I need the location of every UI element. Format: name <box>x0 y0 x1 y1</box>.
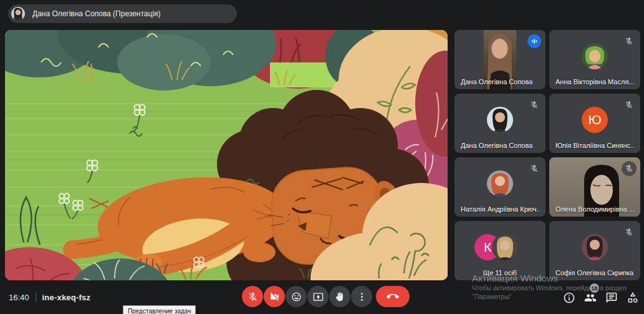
mic-off-icon <box>622 34 637 49</box>
presenter-avatar <box>11 7 25 21</box>
participant-name: Олена Володимирівна ... <box>555 205 634 213</box>
mic-off-icon <box>527 97 542 112</box>
avatar-letter: Ю <box>588 112 601 127</box>
participant-avatar <box>487 170 513 197</box>
participant-name: Анна Вікторівна Масля... <box>555 78 634 86</box>
avatar-letter: К <box>484 240 491 255</box>
mic-off-icon <box>622 161 637 176</box>
activities-icon[interactable] <box>625 290 640 305</box>
participant-tile-sofia[interactable]: Софія Олегівна Скрипка <box>549 221 640 280</box>
participant-tile-dana-avatar[interactable]: Дана Олегівна Сопова <box>454 94 545 153</box>
present-button[interactable] <box>307 286 329 307</box>
more-options-button[interactable] <box>351 286 372 307</box>
meet-window: Дана Олегівна Сопова (Презентація) <box>0 0 644 314</box>
participant-avatar <box>582 234 608 260</box>
overflow-tile-more-people[interactable]: К Ще 11 осіб <box>454 221 545 280</box>
participant-name: Дана Олегівна Сопова <box>461 78 532 86</box>
top-bar: Дана Олегівна Сопова (Презентація) <box>0 0 644 27</box>
clock-time: 16:40 <box>9 293 29 302</box>
divider <box>36 293 36 302</box>
participant-name: Софія Олегівна Скрипка <box>555 269 633 277</box>
participant-avatar <box>487 107 513 133</box>
meeting-code: ine-xkeq-fsz <box>42 293 91 302</box>
taskbar-tooltip: Представление задач <box>123 305 196 314</box>
control-bar: 16:40 ine-xkeq-fsz <box>0 280 644 314</box>
people-icon[interactable]: 18 <box>583 290 597 305</box>
participant-tile-olena[interactable]: Олена Володимирівна ... <box>549 157 640 217</box>
presenter-label: Дана Олегівна Сопова (Презентація) <box>32 9 161 18</box>
overflow-photo-avatar <box>492 234 518 260</box>
participant-name: Юлія Віталіївна Синянс... <box>555 142 634 149</box>
participant-tile-natalia[interactable]: Наталія Андріївна Крюч... <box>454 157 545 217</box>
chat-icon[interactable] <box>604 290 618 305</box>
presentation-stage[interactable] <box>5 30 448 280</box>
overflow-count-label: Ще 11 осіб <box>483 269 517 277</box>
panel-icons: 18 <box>562 290 640 305</box>
participant-tile-anna[interactable]: Анна Вікторівна Масля... <box>549 30 640 89</box>
mic-off-icon <box>622 225 637 240</box>
leave-call-button[interactable] <box>376 286 410 307</box>
stage-illustration-sleeping-lion <box>5 30 448 280</box>
participant-name: Наталія Андріївна Крюч... <box>461 205 539 213</box>
participants-grid: Дана Олегівна Сопова Анна Вікторівна Мас… <box>454 30 640 280</box>
call-controls <box>242 286 410 307</box>
participant-tile-dana-video[interactable]: Дана Олегівна Сопова <box>454 30 545 89</box>
participant-avatar <box>582 43 608 69</box>
speaking-indicator-icon <box>527 34 541 48</box>
reactions-button[interactable] <box>286 286 307 307</box>
participants-count-badge: 18 <box>590 283 599 293</box>
mic-off-icon <box>527 161 542 176</box>
mic-off-button[interactable] <box>242 286 263 307</box>
meeting-details-icon[interactable] <box>562 290 576 305</box>
participant-letter-avatar: Ю <box>582 107 608 133</box>
mic-off-icon <box>622 97 637 112</box>
participant-tile-yulia[interactable]: Ю Юлія Віталіївна Синянс... <box>549 94 640 153</box>
participant-name: Дана Олегівна Сопова <box>461 142 532 149</box>
raise-hand-button[interactable] <box>329 286 350 307</box>
camera-off-button[interactable] <box>264 286 285 307</box>
presenter-pill[interactable]: Дана Олегівна Сопова (Презентація) <box>8 4 237 23</box>
meeting-info: 16:40 ine-xkeq-fsz <box>9 280 90 314</box>
